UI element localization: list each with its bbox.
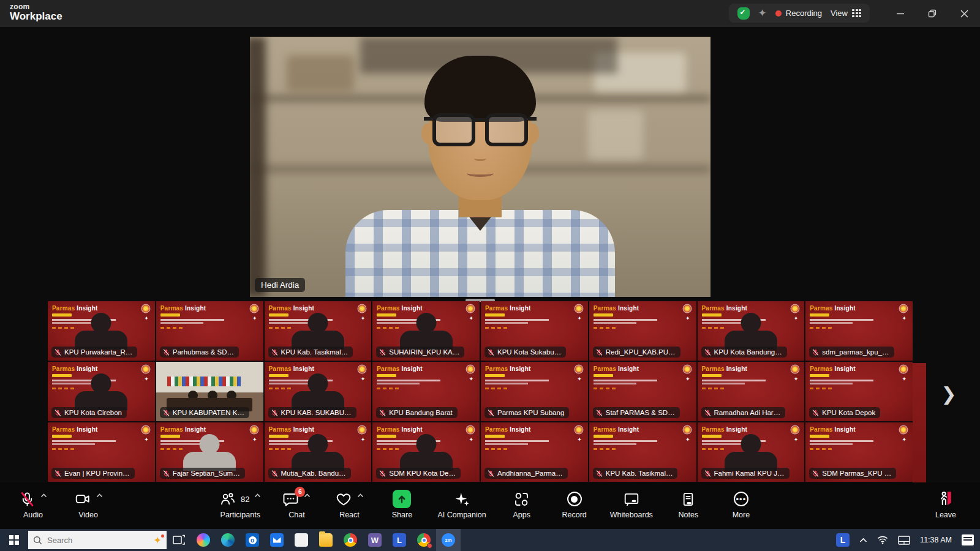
- close-button[interactable]: [948, 0, 980, 27]
- participant-tile[interactable]: Parmas Insight ✦ Andhianna_Parma…: [481, 422, 588, 482]
- share-button[interactable]: Share: [385, 482, 419, 529]
- active-speaker-video[interactable]: Hedi Ardia: [250, 37, 710, 297]
- ai-sparkle-icon[interactable]: ✦: [758, 7, 767, 20]
- outlook-taskbar-icon[interactable]: o: [240, 529, 265, 551]
- participant-tile[interactable]: Parmas Insight ✦ KPU Kab. Tasikmal…: [265, 301, 372, 361]
- notes-button[interactable]: Notes: [671, 482, 706, 529]
- maximize-button[interactable]: [916, 0, 948, 27]
- search-input[interactable]: [47, 536, 133, 545]
- zoom-taskbar-icon[interactable]: zm: [436, 529, 461, 551]
- video-button[interactable]: Video: [71, 482, 105, 529]
- more-button[interactable]: •••More: [724, 482, 758, 529]
- minimize-button[interactable]: [884, 0, 916, 27]
- security-shield-icon[interactable]: [737, 7, 750, 20]
- w-app-taskbar-icon[interactable]: W: [363, 529, 387, 551]
- participant-tile[interactable]: Parmas Insight ✦ Staf PARMAS & SD…: [589, 362, 696, 421]
- notes-icon: [680, 491, 696, 508]
- view-button[interactable]: View: [831, 9, 861, 18]
- copilot-search-icon[interactable]: ✦: [154, 534, 162, 546]
- participant-tile[interactable]: Parmas Insight ✦ KPU Kota Cirebon: [48, 362, 155, 421]
- virtual-bg-text-line: [594, 440, 657, 442]
- participant-tile[interactable]: Parmas Insight ✦ KPU KAB. SUKABU…: [265, 362, 372, 421]
- participant-tile[interactable]: Parmas Insight ✦ Parhubmas & SD…: [156, 301, 263, 361]
- virtual-bg-chip: [702, 435, 722, 438]
- participant-tile[interactable]: Parmas Insight ✦ Evan | KPU Provin…: [48, 422, 155, 482]
- participant-tile[interactable]: Parmas Insight ✦ KPU Kota Sukabu…: [481, 301, 588, 361]
- sparkle-icon: ✦: [794, 437, 799, 443]
- participant-tile[interactable]: Parmas Insight ✦ KPU Bandung Barat: [372, 362, 480, 421]
- virtual-bg-chip: [702, 374, 722, 377]
- virtual-bg-brand: Parmas Insight: [594, 365, 639, 372]
- virtual-bg-brand: Parmas Insight: [810, 426, 856, 433]
- participant-tile[interactable]: Parmas Insight ✦ SUHAIRIN_KPU KA…: [372, 301, 480, 361]
- kpu-logo-icon: [467, 426, 474, 433]
- virtual-bg-dashes: [269, 327, 293, 329]
- chevron-up-icon[interactable]: [304, 492, 311, 499]
- file-explorer-taskbar-icon[interactable]: [314, 529, 338, 551]
- tray-expand-caret-icon[interactable]: [859, 538, 867, 543]
- whiteboards-button[interactable]: Whiteboards: [610, 482, 653, 529]
- mail-taskbar-icon[interactable]: [265, 529, 289, 551]
- start-button[interactable]: [0, 529, 28, 551]
- sparkle-icon: ✦: [685, 376, 690, 382]
- taskbar-search[interactable]: ✦: [28, 531, 167, 549]
- l-app-taskbar-icon[interactable]: L: [387, 529, 412, 551]
- chrome-taskbar-icon[interactable]: [338, 529, 363, 551]
- taskbar-clock[interactable]: 11:38 AM: [920, 536, 952, 544]
- chevron-up-icon[interactable]: [96, 492, 103, 499]
- zoom-workplace-logo: zoom Workplace: [10, 3, 62, 22]
- office-taskbar-icon[interactable]: [289, 529, 314, 551]
- participant-name: KPU Kab. Tasikmal…: [281, 348, 349, 356]
- participant-tile[interactable]: Parmas Insight ✦ sdm_parmas_kpu_…: [805, 301, 913, 361]
- chrome-2-taskbar-icon[interactable]: [412, 529, 436, 551]
- chevron-up-icon[interactable]: [254, 492, 261, 499]
- ai-companion-button[interactable]: AI Companion: [437, 482, 486, 529]
- share-icon: [393, 490, 411, 508]
- participant-name-tag: Mutia_Kab. Bandu…: [268, 468, 351, 479]
- sparkle-icon: ✦: [469, 315, 473, 321]
- leave-button[interactable]: Leave: [929, 482, 963, 529]
- notifications-icon[interactable]: [962, 534, 974, 545]
- participant-tile[interactable]: Parmas Insight ✦ KPU Purwakarta_R…: [48, 301, 155, 361]
- participant-tile[interactable]: Parmas Insight ✦ Fajar Septian_Sum…: [156, 422, 263, 482]
- record-button[interactable]: Record: [557, 482, 592, 529]
- edge-taskbar-icon[interactable]: [216, 529, 240, 551]
- copilot-taskbar-icon[interactable]: [191, 529, 216, 551]
- chevron-up-icon[interactable]: [357, 492, 364, 499]
- participant-tile[interactable]: Parmas Insight ✦ KPU Kota Depok: [805, 362, 913, 421]
- mic-muted-icon: [704, 409, 712, 417]
- wifi-icon[interactable]: [877, 536, 888, 544]
- virtual-bg-brand: Parmas Insight: [377, 426, 423, 433]
- toolbar-item-label: Notes: [679, 511, 699, 519]
- participant-name-tag: KPU Purwakarta_R…: [51, 347, 137, 358]
- chevron-up-icon[interactable]: [40, 492, 47, 499]
- toolbar-item-label: Video: [78, 511, 98, 519]
- participant-tile[interactable]: Parmas Insight ✦ Ramadhan Adi Har…: [698, 362, 805, 421]
- task-view-taskbar-icon[interactable]: [167, 529, 191, 551]
- recording-label: Recording: [786, 9, 822, 18]
- participant-tile[interactable]: Parmas Insight ✦ Parmas KPU Subang: [481, 362, 588, 421]
- touchpad-icon[interactable]: [898, 536, 910, 545]
- sparkle-icon: ✦: [577, 315, 582, 321]
- chat-button[interactable]: 6Chat: [279, 482, 314, 529]
- heart-icon: [335, 491, 352, 508]
- toolbar-item-label: Chat: [288, 511, 304, 519]
- audio-button[interactable]: Audio: [16, 482, 50, 529]
- participant-tile[interactable]: KPU KABUPATEN K…: [156, 362, 263, 421]
- l-tray-icon[interactable]: L: [836, 533, 850, 547]
- participants-button[interactable]: 82Participants: [219, 482, 261, 529]
- apps-icon: [513, 491, 530, 508]
- apps-button[interactable]: Apps: [505, 482, 539, 529]
- participant-tile[interactable]: Parmas Insight ✦ KPU Kota Bandung…: [698, 301, 805, 361]
- participant-tile[interactable]: Parmas Insight ✦ Redi_KPU_KAB.PU…: [589, 301, 696, 361]
- participant-tile[interactable]: Parmas Insight ✦ Mutia_Kab. Bandu…: [265, 422, 372, 482]
- react-button[interactable]: React: [332, 482, 366, 529]
- participant-tile[interactable]: Parmas Insight ✦ Fahmi Kamal KPU J…: [698, 422, 805, 482]
- gallery-next-button[interactable]: ❯: [938, 380, 960, 408]
- recording-indicator[interactable]: Recording: [775, 9, 822, 18]
- participant-tile[interactable]: Parmas Insight ✦ KPU Kab. Tasikmal…: [589, 422, 696, 482]
- virtual-bg-chip: [269, 435, 288, 438]
- participant-tile[interactable]: Parmas Insight ✦ SDM Parmas_KPU …: [805, 422, 913, 482]
- participant-tile[interactable]: Parmas Insight ✦ SDM KPU Kota De…: [372, 422, 480, 482]
- participant-name-tag: Evan | KPU Provin…: [51, 468, 135, 479]
